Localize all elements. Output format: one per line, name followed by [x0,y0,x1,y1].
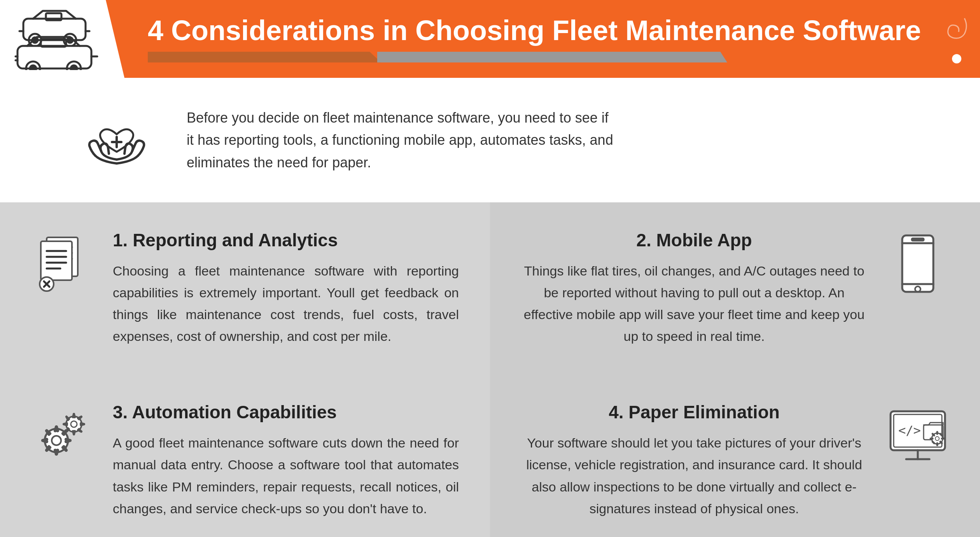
bar-gray [377,52,727,63]
header-section: 4 Considerations in Choosing Fleet Maint… [0,0,980,78]
bar-orange [148,52,381,63]
header-title-area: 4 Considerations in Choosing Fleet Maint… [124,15,933,62]
card-title-reporting: 1. Reporting and Analytics [113,230,459,251]
considerations-grid: 1. Reporting and Analytics Choosing a fl… [0,202,980,537]
svg-line-55 [940,434,942,435]
svg-rect-36 [912,239,924,240]
card-automation: 3. Automation Capabilities A good fleet … [0,374,490,537]
card-text-reporting: Choosing a fleet maintenance software wi… [113,260,459,347]
card-mobile: 2. Mobile App Things like flat tires, oi… [490,202,980,374]
intro-section: Before you decide on fleet maintenance s… [0,78,980,202]
svg-line-53 [933,434,934,435]
card-body-reporting: 1. Reporting and Analytics Choosing a fl… [113,230,459,347]
svg-rect-24 [41,241,72,280]
header-cars-bg [0,0,124,78]
gear-automation-icon [31,402,93,468]
header-dot-decor [952,54,961,63]
intro-text: Before you decide on fleet maintenance s… [187,107,614,174]
header-decorative-bar [148,52,933,63]
mobile-icon [887,230,949,296]
heart-hands-icon [78,101,156,179]
svg-point-10 [30,65,36,70]
page-title: 4 Considerations in Choosing Fleet Maint… [148,15,933,46]
card-paper: </> 4. Paper Eliminatio [490,374,980,537]
cars-icon [12,8,113,70]
svg-text:</>: </> [898,423,921,438]
header-right-decor [933,0,980,78]
card-text-paper: Your software should let you take pictur… [521,432,867,519]
card-title-automation: 3. Automation Capabilities [113,402,459,423]
computer-code-icon: </> [887,402,949,468]
card-text-mobile: Things like flat tires, oil changes, and… [521,260,867,347]
svg-line-54 [940,442,942,443]
card-body-automation: 3. Automation Capabilities A good fleet … [113,402,459,519]
card-body-mobile: 2. Mobile App Things like flat tires, oi… [521,230,867,347]
card-reporting: 1. Reporting and Analytics Choosing a fl… [0,202,490,374]
report-icon [31,230,93,292]
card-title-mobile: 2. Mobile App [521,230,867,251]
card-text-automation: A good fleet maintenance software cuts d… [113,432,459,519]
svg-line-56 [933,442,934,443]
card-body-paper: 4. Paper Elimination Your software shoul… [521,402,867,519]
svg-point-12 [71,65,77,70]
swirl-icon [945,14,968,46]
card-title-paper: 4. Paper Elimination [521,402,867,423]
